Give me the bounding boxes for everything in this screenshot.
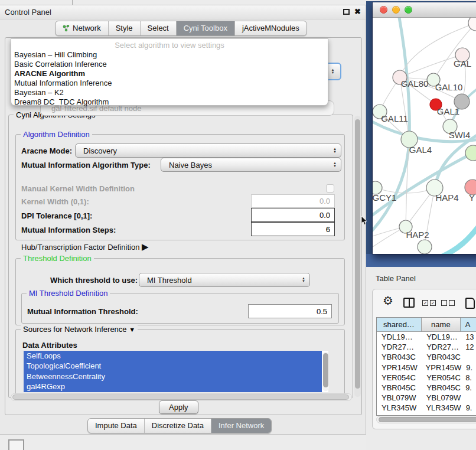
cell[interactable]: YDL19… xyxy=(422,332,461,342)
tab-select[interactable]: Select xyxy=(140,21,176,35)
table-row[interactable]: YER054C YER054C 8. xyxy=(377,373,476,383)
tab-infer-network[interactable]: Infer Network xyxy=(211,419,271,433)
apply-button[interactable]: Apply xyxy=(159,400,198,414)
floating-palette-icon[interactable] xyxy=(8,439,24,450)
aracne-mode-combobox[interactable]: Discovery ▲▼ xyxy=(75,144,341,158)
tab-network[interactable]: Network xyxy=(56,21,108,35)
column-header-name[interactable]: name xyxy=(422,318,461,332)
close-traffic-light-icon[interactable] xyxy=(380,6,387,14)
network-window-titlebar[interactable] xyxy=(373,2,476,18)
cell[interactable]: 8. xyxy=(461,373,476,383)
cell[interactable]: YLR345W xyxy=(377,403,421,413)
collapse-arrow-icon[interactable]: ▼ xyxy=(129,326,135,333)
attributes-scrollbar-thumb[interactable] xyxy=(323,353,328,387)
table-row[interactable]: YBL079W YBL079W xyxy=(377,393,476,403)
table-row[interactable]: YDL19… YDL19… 13 xyxy=(377,332,476,342)
algorithm-option[interactable]: Mutual Information Inference xyxy=(11,79,328,88)
cell[interactable]: YBL079W xyxy=(422,393,461,403)
settings-scrollbar-thumb[interactable] xyxy=(355,119,360,389)
node-cut-top[interactable] xyxy=(468,18,476,31)
select-all-columns-icon[interactable]: ✓ ✓ xyxy=(422,300,436,306)
cell[interactable]: 9. xyxy=(461,403,476,413)
attribute-item[interactable]: TopologicalCoefficient xyxy=(24,361,322,371)
cell[interactable]: YBR045C xyxy=(422,383,461,393)
gear-icon[interactable]: ⚙ xyxy=(383,294,393,308)
table-row[interactable]: YIL052C YIL052C 9. xyxy=(377,413,476,416)
dpi-tolerance-field[interactable]: 0.0 xyxy=(251,208,335,222)
attribute-item[interactable]: SelfLoops xyxy=(24,351,322,361)
column-header-cut[interactable]: A xyxy=(461,318,476,332)
cell[interactable]: 9. xyxy=(461,413,476,416)
cell[interactable]: YIL052C xyxy=(422,413,461,416)
manual-kernel-checkbox[interactable] xyxy=(326,184,334,193)
minimize-traffic-light-icon[interactable] xyxy=(392,6,400,14)
mi-type-combobox[interactable]: Naive Bayes ▲▼ xyxy=(161,158,341,172)
tab-discretize-data[interactable]: Discretize Data xyxy=(144,419,211,433)
network-canvas[interactable]: GAL GAL80 GAL10 GAL1 GAL11 SWI4 GAL4 GCY… xyxy=(373,18,476,254)
sources-title-text: Sources for Network Inference xyxy=(23,325,127,334)
kernel-width-field[interactable]: 0.0 xyxy=(251,194,335,208)
table-row[interactable]: YBR045C YBR045C 9. xyxy=(377,383,476,393)
settings-scrollbar[interactable] xyxy=(354,116,361,397)
algorithm-option[interactable]: Basic Correlation Inference xyxy=(11,60,328,69)
tab-impute-data[interactable]: Impute Data xyxy=(88,419,144,433)
node-swi4[interactable] xyxy=(465,145,476,161)
unchecked-box-icon xyxy=(441,300,447,306)
cell[interactable]: YER054C xyxy=(377,373,422,383)
columns-icon[interactable] xyxy=(403,298,415,308)
table-panel-box: ⚙ ✓ ✓ shared… name A YDL19… xyxy=(372,289,476,429)
cell[interactable]: YDR27… xyxy=(377,342,422,352)
attribute-item[interactable]: gal4RGexp xyxy=(24,381,322,392)
top-divider xyxy=(72,0,73,5)
cell[interactable]: YPR145W xyxy=(421,363,462,373)
node-bottom[interactable] xyxy=(418,240,432,254)
table-body: YDL19… YDL19… 13 YDR27… YDR27… 12 YBR043… xyxy=(377,332,476,415)
mi-threshold-field[interactable]: 0.5 xyxy=(248,304,332,318)
which-threshold-combobox[interactable]: MI Threshold ▲▼ xyxy=(139,273,310,287)
cell[interactable]: YLR345W xyxy=(421,403,461,413)
cell[interactable] xyxy=(461,393,476,403)
zoom-traffic-light-icon[interactable] xyxy=(405,6,412,14)
attribute-item[interactable]: BetweennessCentrality xyxy=(24,371,322,381)
cell[interactable]: 13 xyxy=(461,332,476,342)
tab-cyni-toolbox[interactable]: Cyni Toolbox xyxy=(176,21,234,35)
cell[interactable]: YER054C xyxy=(422,373,461,383)
mi-threshold-label: Mutual Information Threshold: xyxy=(27,307,138,316)
algorithm-option[interactable]: Bayesian – K2 xyxy=(11,88,328,97)
algorithm-option[interactable]: Dream8 DC_TDC Algorithm xyxy=(11,97,328,107)
cell[interactable]: YBR045C xyxy=(377,383,422,393)
table-row[interactable]: YLR345W YLR345W 9. xyxy=(377,403,476,413)
cell[interactable]: YDL19… xyxy=(377,332,422,342)
cell[interactable]: YBR043C xyxy=(422,352,461,362)
close-icon[interactable]: ✖ xyxy=(354,8,361,15)
algorithm-option-selected[interactable]: ARACNE Algorithm xyxy=(11,69,328,79)
tab-style[interactable]: Style xyxy=(108,21,140,35)
control-panel-titlebar: Control Panel ✖ xyxy=(0,5,366,19)
table-hscrollbar-thumb[interactable] xyxy=(379,417,476,422)
deselect-all-columns-icon[interactable] xyxy=(441,300,455,306)
cell[interactable]: YPR145W xyxy=(377,363,421,373)
mi-steps-field[interactable]: 6 xyxy=(251,222,335,236)
cell[interactable]: YDR27… xyxy=(422,342,461,352)
tab-jactivemnodules[interactable]: jActiveMNodules xyxy=(234,21,307,35)
cell[interactable]: 12 xyxy=(461,342,476,352)
table-hscrollbar[interactable] xyxy=(376,416,476,423)
hub-definition-expander[interactable]: Hub/Transcription Factor Definition ▶ xyxy=(21,242,149,252)
attributes-scrollbar[interactable] xyxy=(322,352,329,391)
algorithm-option[interactable]: Bayesian – Hill Climbing xyxy=(11,50,328,60)
table-row[interactable]: YDR27… YDR27… 12 xyxy=(377,342,476,352)
label-gal80: GAL80 xyxy=(401,79,429,89)
import-table-icon[interactable] xyxy=(465,298,475,309)
cell[interactable]: 9. xyxy=(461,363,476,373)
settings-hscrollbar-thumb[interactable] xyxy=(12,394,349,400)
table-row[interactable]: YBR043C YBR043C xyxy=(377,352,476,362)
tab-impute-data-label: Impute Data xyxy=(95,421,137,430)
cell[interactable]: YBL079W xyxy=(377,393,422,403)
cell[interactable] xyxy=(461,352,476,362)
column-header-shared-name[interactable]: shared… xyxy=(377,318,422,332)
cell[interactable]: 9. xyxy=(461,383,476,393)
table-row[interactable]: YPR145W YPR145W 9. xyxy=(377,363,476,373)
cell[interactable]: YBR043C xyxy=(377,352,422,362)
cell[interactable]: YIL052C xyxy=(377,413,422,416)
float-window-icon[interactable] xyxy=(343,9,350,15)
